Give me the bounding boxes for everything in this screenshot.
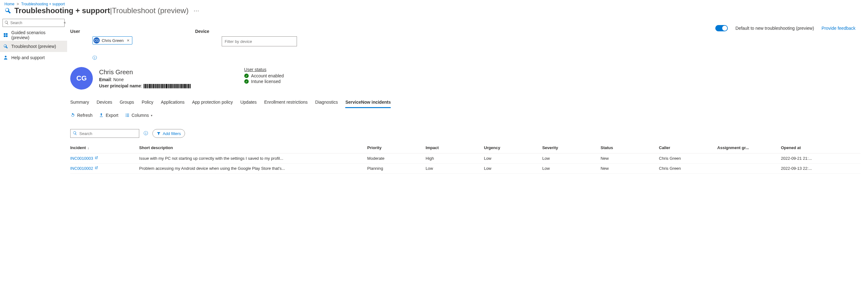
- col-assignment-gr-[interactable]: Assignment gr...: [717, 142, 781, 153]
- tab-groups[interactable]: Groups: [120, 98, 134, 108]
- svg-point-0: [5, 56, 6, 57]
- col-impact[interactable]: Impact: [426, 142, 484, 153]
- col-caller[interactable]: Caller: [659, 142, 717, 153]
- device-label: Device: [195, 29, 209, 34]
- tab-enrollment-restrictions[interactable]: Enrollment restrictions: [265, 98, 308, 108]
- tab-updates[interactable]: Updates: [240, 98, 256, 108]
- search-icon: [73, 131, 77, 136]
- cell-status: New: [600, 163, 659, 174]
- cell-impact: High: [426, 153, 484, 163]
- user-status-header: User status: [244, 67, 284, 72]
- tabs: SummaryDevicesGroupsPolicyApplicationsAp…: [70, 98, 861, 108]
- user-label: User: [70, 29, 80, 34]
- user-chip-avatar: CG: [93, 37, 100, 43]
- guided-scenarios-icon: [3, 33, 8, 38]
- troubleshoot-icon: [4, 7, 12, 15]
- user-chip-name: Chris Green: [102, 38, 124, 43]
- refresh-button[interactable]: Refresh: [70, 113, 93, 118]
- tab-applications[interactable]: Applications: [161, 98, 185, 108]
- check-icon: ✓: [244, 74, 249, 78]
- cell-desc: Problem accessing my Android device when…: [139, 163, 367, 174]
- cell-opened: 2022-09-13 22:...: [781, 163, 861, 174]
- filter-row: ⓘ Add filters: [70, 129, 861, 138]
- incident-link[interactable]: INC0010002: [70, 166, 93, 171]
- page-title-main: Troubleshooting + support: [14, 6, 110, 15]
- col-status[interactable]: Status: [600, 142, 659, 153]
- external-link-icon[interactable]: [94, 166, 98, 171]
- cell-status: New: [600, 153, 659, 163]
- user-avatar: CG: [70, 67, 93, 89]
- cell-severity: Low: [542, 153, 600, 163]
- tab-app-protection-policy[interactable]: App protection policy: [192, 98, 233, 108]
- sidebar: « Guided scenarios (preview) Troubleshoo…: [0, 17, 67, 174]
- chevron-down-icon: ▾: [151, 114, 152, 117]
- cell-caller: Chris Green: [659, 163, 717, 174]
- tab-summary[interactable]: Summary: [70, 98, 89, 108]
- grid-toolbar: Refresh Export Columns ▾: [70, 113, 861, 118]
- sidebar-item-troubleshoot[interactable]: Troubleshoot (preview): [0, 41, 67, 52]
- sidebar-item-label: Troubleshoot (preview): [11, 44, 56, 49]
- cell-urgency: Low: [484, 153, 542, 163]
- incidents-table: Incident ↓Short descriptionPriorityImpac…: [70, 142, 861, 174]
- sidebar-item-label: Help and support: [11, 55, 45, 60]
- incidents-search-input[interactable]: [70, 129, 139, 138]
- table-header-row: Incident ↓Short descriptionPriorityImpac…: [70, 142, 861, 153]
- cell-group: [717, 153, 781, 163]
- breadcrumb-current[interactable]: Troubleshooting + support: [21, 2, 65, 6]
- device-filter-input[interactable]: [222, 36, 297, 46]
- user-status-block: User status ✓ Account enabled ✓ Intune l…: [244, 67, 284, 89]
- external-link-icon[interactable]: [94, 156, 98, 161]
- col-severity[interactable]: Severity: [542, 142, 600, 153]
- incident-link[interactable]: INC0010003: [70, 156, 93, 161]
- main-content: User CG Chris Green ✕ ⓘ Device: [67, 17, 868, 174]
- columns-button[interactable]: Columns ▾: [125, 113, 152, 118]
- help-support-icon: [3, 55, 8, 60]
- user-upn-row: User principal name:: [99, 83, 191, 88]
- add-filters-button[interactable]: Add filters: [152, 129, 185, 138]
- cell-priority: Planning: [367, 163, 426, 174]
- tab-policy[interactable]: Policy: [142, 98, 153, 108]
- status-intune-licensed: ✓ Intune licensed: [244, 79, 284, 84]
- sidebar-search-input[interactable]: [2, 19, 65, 27]
- tab-devices[interactable]: Devices: [97, 98, 112, 108]
- col-incident[interactable]: Incident ↓: [70, 142, 139, 153]
- table-row[interactable]: INC0010002Problem accessing my Android d…: [70, 163, 861, 174]
- user-device-bar: User CG Chris Green ✕ ⓘ Device: [70, 17, 861, 65]
- tab-servicenow-incidents[interactable]: ServiceNow incidents: [345, 98, 391, 108]
- export-button[interactable]: Export: [99, 113, 118, 118]
- sidebar-item-label: Guided scenarios (preview): [11, 30, 64, 40]
- col-opened-at[interactable]: Opened at: [781, 142, 861, 153]
- col-short-description[interactable]: Short description: [139, 142, 367, 153]
- status-account-enabled: ✓ Account enabled: [244, 73, 284, 78]
- page-title-sub: Troubleshoot (preview): [112, 6, 189, 15]
- sidebar-item-help-support[interactable]: Help and support: [0, 52, 67, 63]
- cell-desc: Issue with my PC not starting up correct…: [139, 153, 367, 163]
- cell-caller: Chris Green: [659, 153, 717, 163]
- cell-impact: Low: [426, 163, 484, 174]
- user-name: Chris Green: [99, 69, 191, 76]
- sidebar-search: «: [2, 19, 65, 27]
- breadcrumb: Home > Troubleshooting + support: [0, 0, 868, 6]
- cell-priority: Moderate: [367, 153, 426, 163]
- upn-barcode: [144, 83, 191, 88]
- search-info-icon[interactable]: ⓘ: [144, 131, 148, 136]
- page-header: Troubleshooting + support | Troubleshoot…: [0, 6, 868, 17]
- more-button[interactable]: ⋯: [193, 7, 199, 14]
- sidebar-collapse-button[interactable]: «: [64, 21, 66, 25]
- troubleshoot-small-icon: [3, 44, 8, 49]
- col-priority[interactable]: Priority: [367, 142, 426, 153]
- cell-opened: 2022-09-21 21:...: [781, 153, 861, 163]
- sidebar-item-guided-scenarios[interactable]: Guided scenarios (preview): [0, 30, 67, 41]
- user-card: CG Chris Green Email: None User principa…: [70, 65, 861, 93]
- user-chip-remove[interactable]: ✕: [127, 39, 129, 43]
- table-row[interactable]: INC0010003Issue with my PC not starting …: [70, 153, 861, 163]
- breadcrumb-sep: >: [17, 2, 19, 6]
- tab-diagnostics[interactable]: Diagnostics: [315, 98, 338, 108]
- cell-group: [717, 163, 781, 174]
- user-chip-info-icon[interactable]: ⓘ: [93, 55, 132, 61]
- col-urgency[interactable]: Urgency: [484, 142, 542, 153]
- user-chip[interactable]: CG Chris Green ✕: [93, 36, 132, 44]
- cell-urgency: Low: [484, 163, 542, 174]
- breadcrumb-home[interactable]: Home: [4, 2, 14, 6]
- cell-severity: Low: [542, 163, 600, 174]
